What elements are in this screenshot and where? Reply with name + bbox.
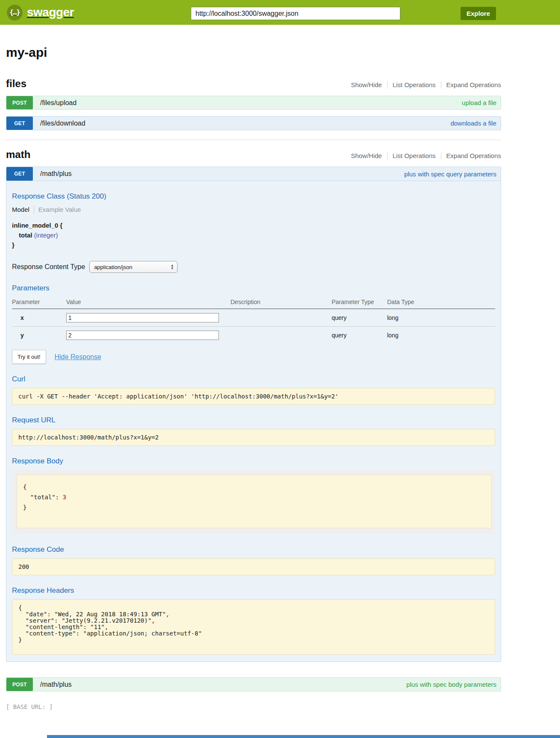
parameter-name: x bbox=[12, 309, 66, 327]
parameter-data-type: long bbox=[387, 327, 495, 344]
signature-tabs: Model Example Value bbox=[12, 205, 495, 214]
post-method-badge: POST bbox=[6, 678, 33, 691]
header-bar: {…} swagger Explore bbox=[0, 0, 560, 25]
operation-heading[interactable]: POST /files/upload upload a file bbox=[6, 96, 501, 110]
operation-path-link[interactable]: /files/upload bbox=[40, 99, 76, 107]
operation-summary-link[interactable]: upload a file bbox=[462, 99, 496, 106]
operation-post-math-plus: POST /math/plus plus with spec body para… bbox=[6, 677, 501, 691]
response-body-container: { "total": 3 } bbox=[12, 470, 495, 534]
selected-content-type: application/json bbox=[94, 264, 132, 270]
operation-path-link[interactable]: /math/plus bbox=[40, 681, 72, 688]
response-headers-json: { "date": "Wed, 22 Aug 2018 18:49:13 GMT… bbox=[12, 599, 495, 655]
operation-post-files-upload: POST /files/upload upload a file bbox=[6, 96, 501, 110]
operation-get-math-plus-expanded: GET /math/plus plus with spec query para… bbox=[6, 167, 501, 662]
response-body-heading: Response Body bbox=[12, 457, 495, 466]
explore-button[interactable]: Explore bbox=[461, 7, 496, 20]
response-body-json: { "total": 3 } bbox=[17, 474, 492, 528]
parameter-type: query bbox=[332, 327, 387, 344]
parameter-y-value-input[interactable] bbox=[66, 331, 219, 340]
operation-heading[interactable]: GET /math/plus plus with spec query para… bbox=[6, 167, 501, 181]
post-method-badge: POST bbox=[6, 96, 33, 109]
operation-path-link[interactable]: /math/plus bbox=[40, 170, 72, 178]
operation-summary-link[interactable]: plus with spec body parameters bbox=[406, 681, 496, 688]
request-url-heading: Request URL bbox=[12, 416, 495, 425]
operation-summary-link[interactable]: plus with spec query parameters bbox=[404, 170, 496, 178]
resource-section-math: math Show/Hide List Operations Expand Op… bbox=[6, 149, 501, 691]
page-title: my-api bbox=[6, 45, 501, 60]
response-content-type-select[interactable]: application/json ▲▼ bbox=[89, 261, 178, 273]
files-show-hide-link[interactable]: Show/Hide bbox=[346, 81, 387, 88]
get-method-badge: GET bbox=[6, 167, 33, 181]
parameter-type: query bbox=[332, 309, 387, 327]
parameters-heading: Parameters bbox=[12, 284, 495, 293]
model-close-line: } bbox=[12, 240, 495, 250]
tab-model[interactable]: Model bbox=[12, 206, 29, 213]
model-property-name: total bbox=[19, 231, 32, 239]
operation-content: Response Class (Status 200) Model Exampl… bbox=[6, 181, 501, 662]
request-url-value: http://localhost:3000/math/plus?x=1&y=2 bbox=[12, 429, 495, 446]
parameter-description bbox=[230, 327, 332, 344]
math-show-hide-link[interactable]: Show/Hide bbox=[346, 152, 387, 159]
model-open-line: inline_model_0 { bbox=[12, 220, 495, 230]
parameter-x-value-input[interactable] bbox=[66, 313, 219, 322]
swagger-brand-link[interactable]: {…} swagger bbox=[7, 5, 74, 20]
math-expand-operations-link[interactable]: Expand Operations bbox=[441, 152, 501, 159]
brand-title: swagger bbox=[27, 6, 74, 19]
col-header-description: Description bbox=[230, 297, 332, 309]
operation-summary-link[interactable]: downloads a file bbox=[450, 120, 496, 127]
parameter-description bbox=[230, 309, 332, 327]
parameter-name: y bbox=[12, 327, 66, 344]
get-method-badge: GET bbox=[6, 117, 33, 130]
tab-separator bbox=[34, 205, 34, 214]
section-title-files: files bbox=[6, 78, 26, 90]
hide-response-link[interactable]: Hide Response bbox=[55, 353, 101, 361]
response-code-value: 200 bbox=[12, 558, 495, 575]
operation-heading[interactable]: POST /math/plus plus with spec body para… bbox=[6, 677, 501, 691]
parameter-row-y: y query long bbox=[12, 327, 495, 344]
model-signature: inline_model_0 { total (integer) } bbox=[12, 220, 495, 250]
response-headers-heading: Response Headers bbox=[12, 586, 495, 595]
bottom-accent-bar bbox=[47, 735, 560, 738]
spec-url-input[interactable] bbox=[191, 7, 400, 20]
operation-get-files-download: GET /files/download downloads a file bbox=[6, 116, 501, 130]
parameter-row-x: x query long bbox=[12, 309, 495, 327]
response-code-heading: Response Code bbox=[12, 545, 495, 554]
select-arrows-icon: ▲▼ bbox=[170, 264, 174, 270]
col-header-value: Value bbox=[66, 297, 230, 309]
tab-example-value[interactable]: Example Value bbox=[38, 206, 81, 213]
operation-path-link[interactable]: /files/download bbox=[40, 120, 85, 127]
col-header-parameter: Parameter bbox=[12, 297, 66, 309]
files-list-operations-link[interactable]: List Operations bbox=[387, 81, 441, 88]
col-header-parameter-type: Parameter Type bbox=[332, 297, 387, 309]
files-expand-operations-link[interactable]: Expand Operations bbox=[441, 81, 501, 88]
curl-command: curl -X GET --header 'Accept: applicatio… bbox=[12, 388, 495, 405]
swagger-logo-icon: {…} bbox=[7, 5, 23, 20]
parameters-table: Parameter Value Description Parameter Ty… bbox=[12, 297, 495, 344]
curl-heading: Curl bbox=[12, 375, 495, 384]
resource-section-files: files Show/Hide List Operations Expand O… bbox=[6, 78, 501, 130]
col-header-data-type: Data Type bbox=[387, 297, 495, 309]
operation-heading[interactable]: GET /files/download downloads a file bbox=[6, 116, 501, 130]
parameter-data-type: long bbox=[387, 309, 495, 327]
response-content-type-label: Response Content Type bbox=[12, 263, 85, 271]
response-class-heading: Response Class (Status 200) bbox=[12, 192, 495, 201]
base-url-footer: [ BASE URL: ] bbox=[6, 703, 501, 710]
section-title-math: math bbox=[6, 149, 30, 161]
model-property-type: (integer) bbox=[34, 231, 58, 239]
math-list-operations-link[interactable]: List Operations bbox=[387, 152, 441, 159]
section-divider bbox=[6, 140, 501, 140]
try-it-out-button[interactable]: Try it out! bbox=[12, 350, 46, 364]
